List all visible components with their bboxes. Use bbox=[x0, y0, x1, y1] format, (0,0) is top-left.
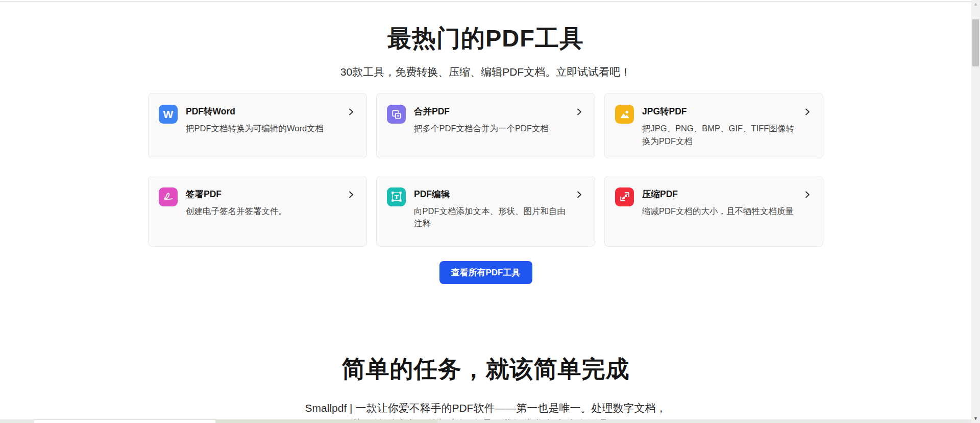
vertical-scrollbar[interactable]: ▲ ▼ bbox=[971, 0, 980, 423]
merge-documents-icon bbox=[387, 105, 406, 124]
tool-card-desc: 向PDF文档添加文本、形状、图片和自由注释 bbox=[414, 205, 566, 230]
signature-icon bbox=[159, 187, 178, 206]
tool-card-desc: 缩减PDF文档的大小，且不牺牲文档质量 bbox=[642, 205, 794, 218]
scrollbar-down-icon[interactable]: ▼ bbox=[971, 414, 980, 423]
word-letter: W bbox=[163, 109, 174, 120]
compress-icon bbox=[615, 187, 634, 206]
section2-heading: 简单的任务，就该简单完成 bbox=[0, 354, 971, 385]
tool-card-merge-pdf[interactable]: 合并PDF 把多个PDF文档合并为一个PDF文档 bbox=[376, 93, 595, 158]
chevron-right-icon bbox=[574, 190, 584, 236]
page: 最热门的PDF工具 30款工具，免费转换、压缩、编辑PDF文档。立即试试看吧！ … bbox=[0, 0, 971, 423]
tool-card-pdf-to-word[interactable]: W PDF转Word 把PDF文档转换为可编辑的Word文档 bbox=[148, 93, 367, 158]
chevron-right-icon bbox=[802, 107, 813, 148]
tool-card-title: PDF转Word bbox=[186, 105, 338, 118]
strip-segment bbox=[437, 419, 971, 423]
tool-card-desc: 把PDF文档转换为可编辑的Word文档 bbox=[186, 122, 338, 135]
next-section-peek bbox=[0, 419, 971, 423]
word-doc-icon: W bbox=[159, 105, 178, 124]
chevron-right-icon bbox=[574, 107, 584, 148]
tool-card-jpg-to-pdf[interactable]: JPG转PDF 把JPG、PNG、BMP、GIF、TIFF图像转换为PDF文档 bbox=[604, 93, 823, 158]
image-icon bbox=[615, 105, 634, 124]
text-edit-icon: T bbox=[387, 187, 406, 206]
chevron-right-icon bbox=[346, 190, 356, 236]
scrollbar-up-icon[interactable]: ▲ bbox=[971, 0, 980, 9]
tool-card-title: PDF编辑 bbox=[414, 188, 566, 200]
strip-segment bbox=[34, 419, 215, 423]
svg-text:T: T bbox=[394, 194, 399, 201]
tool-card-title: 合并PDF bbox=[414, 105, 566, 118]
tool-card-edit-pdf[interactable]: T PDF编辑 向PDF文档添加文本、形状、图片和自由注释 bbox=[376, 176, 595, 247]
tool-card-desc: 创建电子签名并签署文件。 bbox=[186, 205, 338, 218]
tool-card-desc: 把多个PDF文档合并为一个PDF文档 bbox=[414, 122, 566, 135]
tool-card-sign-pdf[interactable]: 签署PDF 创建电子签名并签署文件。 bbox=[148, 176, 367, 247]
chevron-right-icon bbox=[802, 190, 813, 236]
strip-segment bbox=[215, 419, 437, 423]
tool-card-compress-pdf[interactable]: 压缩PDF 缩减PDF文档的大小，且不牺牲文档质量 bbox=[604, 176, 823, 247]
top-divider bbox=[0, 1, 971, 2]
page-title: 最热门的PDF工具 bbox=[0, 0, 971, 52]
chevron-right-icon bbox=[346, 107, 356, 148]
page-subtitle: 30款工具，免费转换、压缩、编辑PDF文档。立即试试看吧！ bbox=[0, 65, 971, 79]
view-all-pdf-tools-button[interactable]: 查看所有PDF工具 bbox=[439, 261, 532, 284]
tool-card-title: 压缩PDF bbox=[642, 188, 794, 200]
section2-body-line1: Smallpdf | 一款让你爱不释手的PDF软件——第一也是唯一。处理数字文档… bbox=[305, 402, 667, 414]
tool-card-title: JPG转PDF bbox=[642, 105, 794, 118]
strip-segment bbox=[0, 419, 34, 423]
tool-card-title: 签署PDF bbox=[186, 188, 338, 200]
scrollbar-thumb[interactable] bbox=[972, 19, 979, 66]
tool-card-desc: 把JPG、PNG、BMP、GIF、TIFF图像转换为PDF文档 bbox=[642, 122, 794, 148]
tool-grid: W PDF转Word 把PDF文档转换为可编辑的Word文档 合并 bbox=[148, 93, 823, 247]
